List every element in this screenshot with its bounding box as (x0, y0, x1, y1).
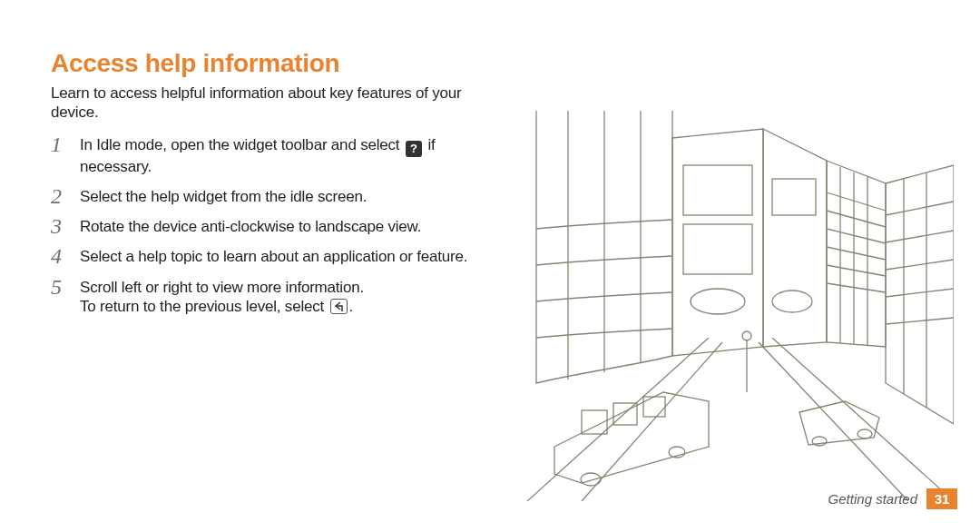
step-5-line2-pre: To return to the previous level, select (80, 298, 328, 315)
step-4-text: Select a help topic to learn about an ap… (80, 248, 467, 265)
step-2: Select the help widget from the idle scr… (51, 187, 509, 206)
svg-point-40 (858, 429, 872, 438)
step-5: Scroll left or right to view more inform… (51, 278, 509, 317)
cityscape-illustration (527, 111, 954, 501)
step-3-text: Rotate the device anti-clockwise to land… (80, 218, 421, 235)
svg-line-25 (886, 202, 954, 215)
svg-marker-8 (763, 129, 827, 347)
svg-line-18 (827, 247, 886, 260)
svg-line-19 (827, 265, 886, 276)
svg-line-28 (886, 289, 954, 297)
step-3: Rotate the device anti-clockwise to land… (51, 217, 509, 236)
step-1: In Idle mode, open the widget toolbar an… (51, 135, 509, 176)
svg-line-15 (827, 192, 886, 211)
svg-rect-11 (772, 179, 816, 215)
svg-marker-32 (554, 392, 709, 483)
footer-section: Getting started (828, 491, 917, 507)
step-4: Select a help topic to learn about an ap… (51, 247, 509, 266)
svg-point-42 (742, 331, 751, 340)
svg-rect-9 (683, 165, 752, 215)
svg-line-0 (527, 338, 709, 501)
page-title: Access help information (51, 49, 509, 78)
svg-line-20 (827, 283, 886, 292)
svg-rect-34 (613, 403, 637, 425)
svg-rect-35 (643, 397, 665, 417)
svg-point-13 (772, 291, 812, 312)
intro-text: Learn to access helpful information abou… (51, 84, 509, 123)
svg-line-16 (827, 211, 886, 227)
svg-line-29 (886, 318, 954, 324)
step-list: In Idle mode, open the widget toolbar an… (51, 135, 509, 317)
step-2-text: Select the help widget from the idle scr… (80, 188, 367, 205)
help-icon: ? (406, 141, 422, 157)
svg-point-39 (812, 437, 827, 446)
svg-point-12 (691, 289, 745, 314)
svg-line-26 (886, 231, 954, 242)
back-icon (330, 299, 348, 314)
page-footer: Getting started 31 (828, 488, 957, 509)
svg-marker-7 (672, 129, 763, 356)
svg-line-27 (886, 260, 954, 270)
step-5-text: Scroll left or right to view more inform… (80, 279, 364, 296)
svg-point-36 (581, 473, 601, 486)
step-5-line2-post: . (349, 298, 354, 315)
svg-rect-10 (683, 224, 752, 274)
svg-line-17 (827, 229, 886, 243)
footer-page-number: 31 (926, 488, 957, 509)
step-1-pre: In Idle mode, open the widget toolbar an… (80, 136, 404, 153)
